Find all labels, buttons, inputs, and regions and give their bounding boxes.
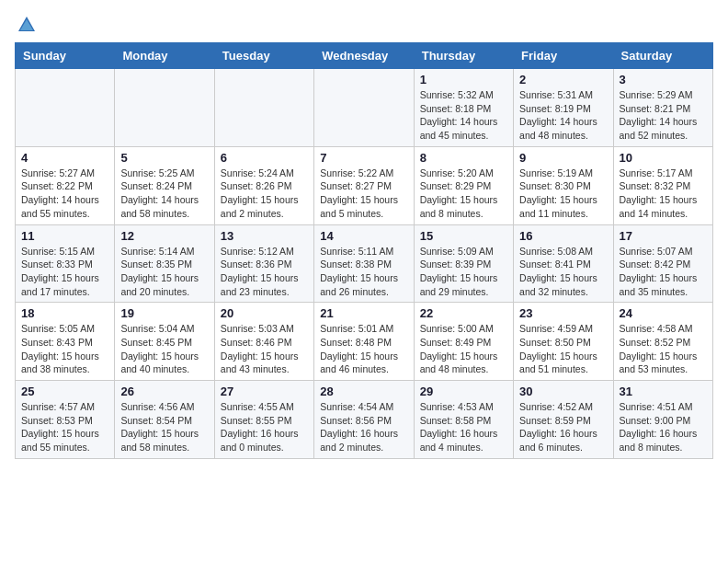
- day-detail: Sunrise: 4:54 AM Sunset: 8:56 PM Dayligh…: [320, 400, 407, 454]
- calendar-cell: 8Sunrise: 5:20 AM Sunset: 8:29 PM Daylig…: [414, 146, 513, 224]
- day-detail: Sunrise: 5:11 AM Sunset: 8:38 PM Dayligh…: [320, 245, 407, 299]
- day-detail: Sunrise: 5:15 AM Sunset: 8:33 PM Dayligh…: [21, 245, 108, 299]
- day-number: 27: [221, 385, 308, 398]
- calendar-table: SundayMondayTuesdayWednesdayThursdayFrid…: [15, 42, 713, 459]
- calendar-week-1: 1Sunrise: 5:32 AM Sunset: 8:18 PM Daylig…: [16, 69, 713, 147]
- day-detail: Sunrise: 5:07 AM Sunset: 8:42 PM Dayligh…: [620, 245, 707, 299]
- calendar-cell: 23Sunrise: 4:59 AM Sunset: 8:50 PM Dayli…: [514, 303, 613, 381]
- calendar-cell: [16, 69, 115, 147]
- day-number: 2: [519, 73, 607, 86]
- day-number: 26: [120, 385, 208, 398]
- day-header-monday: Monday: [115, 43, 214, 69]
- calendar-cell: 11Sunrise: 5:15 AM Sunset: 8:33 PM Dayli…: [16, 224, 115, 303]
- calendar-cell: 10Sunrise: 5:17 AM Sunset: 8:32 PM Dayli…: [613, 146, 712, 224]
- day-header-tuesday: Tuesday: [214, 43, 313, 69]
- day-header-wednesday: Wednesday: [314, 43, 414, 69]
- calendar-cell: 24Sunrise: 4:58 AM Sunset: 8:52 PM Dayli…: [613, 303, 712, 381]
- calendar-week-2: 4Sunrise: 5:27 AM Sunset: 8:22 PM Daylig…: [16, 146, 713, 224]
- day-detail: Sunrise: 4:58 AM Sunset: 8:52 PM Dayligh…: [620, 322, 707, 376]
- day-number: 4: [21, 151, 108, 165]
- day-number: 31: [620, 385, 707, 398]
- day-header-friday: Friday: [514, 43, 613, 69]
- day-number: 20: [221, 306, 308, 320]
- day-detail: Sunrise: 5:01 AM Sunset: 8:48 PM Dayligh…: [320, 322, 407, 376]
- calendar-cell: 6Sunrise: 5:24 AM Sunset: 8:26 PM Daylig…: [214, 146, 313, 224]
- calendar-cell: 31Sunrise: 4:51 AM Sunset: 9:00 PM Dayli…: [613, 381, 712, 459]
- calendar-cell: 20Sunrise: 5:03 AM Sunset: 8:46 PM Dayli…: [214, 303, 313, 381]
- day-detail: Sunrise: 5:05 AM Sunset: 8:43 PM Dayligh…: [21, 322, 108, 376]
- calendar-cell: 2Sunrise: 5:31 AM Sunset: 8:19 PM Daylig…: [514, 69, 613, 147]
- day-detail: Sunrise: 4:59 AM Sunset: 8:50 PM Dayligh…: [519, 322, 607, 376]
- calendar-week-5: 25Sunrise: 4:57 AM Sunset: 8:53 PM Dayli…: [16, 381, 713, 459]
- day-detail: Sunrise: 5:25 AM Sunset: 8:24 PM Dayligh…: [120, 167, 208, 221]
- day-number: 5: [120, 151, 208, 165]
- calendar-cell: 4Sunrise: 5:27 AM Sunset: 8:22 PM Daylig…: [16, 146, 115, 224]
- day-number: 14: [320, 229, 407, 243]
- calendar-cell: 16Sunrise: 5:08 AM Sunset: 8:41 PM Dayli…: [514, 224, 613, 303]
- day-detail: Sunrise: 5:03 AM Sunset: 8:46 PM Dayligh…: [221, 322, 308, 376]
- day-detail: Sunrise: 5:22 AM Sunset: 8:27 PM Dayligh…: [320, 167, 407, 221]
- day-number: 13: [221, 229, 308, 243]
- day-number: 6: [221, 151, 308, 165]
- day-detail: Sunrise: 5:00 AM Sunset: 8:49 PM Dayligh…: [420, 322, 507, 376]
- calendar-cell: 18Sunrise: 5:05 AM Sunset: 8:43 PM Dayli…: [16, 303, 115, 381]
- day-header-sunday: Sunday: [16, 43, 115, 69]
- day-number: 17: [620, 229, 707, 243]
- calendar-cell: 5Sunrise: 5:25 AM Sunset: 8:24 PM Daylig…: [115, 146, 214, 224]
- calendar-cell: 13Sunrise: 5:12 AM Sunset: 8:36 PM Dayli…: [214, 224, 313, 303]
- day-number: 11: [21, 229, 108, 243]
- calendar-cell: 30Sunrise: 4:52 AM Sunset: 8:59 PM Dayli…: [514, 381, 613, 459]
- calendar-header-row: SundayMondayTuesdayWednesdayThursdayFrid…: [16, 43, 713, 69]
- day-detail: Sunrise: 4:52 AM Sunset: 8:59 PM Dayligh…: [519, 400, 607, 454]
- day-number: 10: [620, 151, 707, 165]
- day-detail: Sunrise: 5:27 AM Sunset: 8:22 PM Dayligh…: [21, 167, 108, 221]
- logo: [15, 15, 37, 35]
- day-number: 12: [120, 229, 208, 243]
- day-detail: Sunrise: 5:12 AM Sunset: 8:36 PM Dayligh…: [221, 245, 308, 299]
- calendar-cell: 22Sunrise: 5:00 AM Sunset: 8:49 PM Dayli…: [414, 303, 513, 381]
- calendar-cell: 1Sunrise: 5:32 AM Sunset: 8:18 PM Daylig…: [414, 69, 513, 147]
- calendar-cell: [115, 69, 214, 147]
- day-detail: Sunrise: 5:04 AM Sunset: 8:45 PM Dayligh…: [120, 322, 208, 376]
- calendar-cell: 26Sunrise: 4:56 AM Sunset: 8:54 PM Dayli…: [115, 381, 214, 459]
- calendar-week-3: 11Sunrise: 5:15 AM Sunset: 8:33 PM Dayli…: [16, 224, 713, 303]
- calendar-cell: 27Sunrise: 4:55 AM Sunset: 8:55 PM Dayli…: [214, 381, 313, 459]
- calendar-cell: 7Sunrise: 5:22 AM Sunset: 8:27 PM Daylig…: [314, 146, 414, 224]
- day-number: 22: [420, 306, 507, 320]
- day-detail: Sunrise: 5:17 AM Sunset: 8:32 PM Dayligh…: [620, 167, 707, 221]
- day-number: 24: [620, 306, 707, 320]
- day-number: 16: [519, 229, 607, 243]
- day-detail: Sunrise: 5:14 AM Sunset: 8:35 PM Dayligh…: [120, 245, 208, 299]
- calendar-cell: [214, 69, 313, 147]
- day-number: 15: [420, 229, 507, 243]
- calendar-cell: 21Sunrise: 5:01 AM Sunset: 8:48 PM Dayli…: [314, 303, 414, 381]
- day-detail: Sunrise: 4:51 AM Sunset: 9:00 PM Dayligh…: [620, 400, 707, 454]
- day-number: 9: [519, 151, 607, 165]
- day-detail: Sunrise: 5:09 AM Sunset: 8:39 PM Dayligh…: [420, 245, 507, 299]
- day-detail: Sunrise: 5:20 AM Sunset: 8:29 PM Dayligh…: [420, 167, 507, 221]
- day-detail: Sunrise: 5:29 AM Sunset: 8:21 PM Dayligh…: [620, 88, 707, 143]
- calendar-cell: 17Sunrise: 5:07 AM Sunset: 8:42 PM Dayli…: [613, 224, 712, 303]
- day-detail: Sunrise: 4:55 AM Sunset: 8:55 PM Dayligh…: [221, 400, 308, 454]
- day-number: 21: [320, 306, 407, 320]
- calendar-cell: 12Sunrise: 5:14 AM Sunset: 8:35 PM Dayli…: [115, 224, 214, 303]
- day-number: 7: [320, 151, 407, 165]
- calendar-week-4: 18Sunrise: 5:05 AM Sunset: 8:43 PM Dayli…: [16, 303, 713, 381]
- day-detail: Sunrise: 4:56 AM Sunset: 8:54 PM Dayligh…: [120, 400, 208, 454]
- day-number: 25: [21, 385, 108, 398]
- day-header-thursday: Thursday: [414, 43, 513, 69]
- day-number: 29: [420, 385, 507, 398]
- calendar-cell: 14Sunrise: 5:11 AM Sunset: 8:38 PM Dayli…: [314, 224, 414, 303]
- day-detail: Sunrise: 4:57 AM Sunset: 8:53 PM Dayligh…: [21, 400, 108, 454]
- day-detail: Sunrise: 5:08 AM Sunset: 8:41 PM Dayligh…: [519, 245, 607, 299]
- day-number: 3: [620, 73, 707, 86]
- day-detail: Sunrise: 5:31 AM Sunset: 8:19 PM Dayligh…: [519, 88, 607, 143]
- calendar-cell: 25Sunrise: 4:57 AM Sunset: 8:53 PM Dayli…: [16, 381, 115, 459]
- day-header-saturday: Saturday: [613, 43, 712, 69]
- calendar-cell: 29Sunrise: 4:53 AM Sunset: 8:58 PM Dayli…: [414, 381, 513, 459]
- day-number: 18: [21, 306, 108, 320]
- day-number: 8: [420, 151, 507, 165]
- day-detail: Sunrise: 4:53 AM Sunset: 8:58 PM Dayligh…: [420, 400, 507, 454]
- calendar-cell: 19Sunrise: 5:04 AM Sunset: 8:45 PM Dayli…: [115, 303, 214, 381]
- calendar-cell: 15Sunrise: 5:09 AM Sunset: 8:39 PM Dayli…: [414, 224, 513, 303]
